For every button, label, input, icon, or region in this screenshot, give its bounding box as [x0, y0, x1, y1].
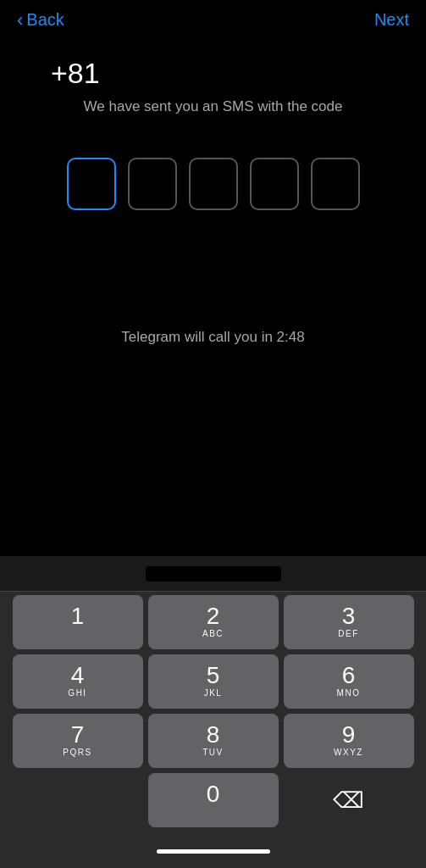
key-empty	[13, 773, 143, 827]
key-4-number: 4	[71, 664, 85, 687]
key-5[interactable]: 5 JKL	[148, 654, 279, 709]
timer-message: Telegram will call you in 2:48	[121, 329, 304, 346]
key-6-number: 6	[342, 664, 356, 687]
numeric-keyboard: 1 2 ABC 3 DEF 4 GHI 5 JKL 6	[0, 592, 426, 839]
key-0[interactable]: 0	[148, 773, 279, 827]
keyboard-row-3: 7 PQRS 8 TUV 9 WXYZ	[3, 714, 423, 768]
next-button[interactable]: Next	[374, 10, 409, 30]
key-1[interactable]: 1	[13, 595, 143, 649]
key-6-letters: MNO	[337, 688, 361, 699]
key-delete[interactable]: ⌫	[284, 773, 414, 827]
delete-icon: ⌫	[333, 787, 364, 814]
key-7-number: 7	[71, 723, 85, 747]
key-6[interactable]: 6 MNO	[284, 654, 414, 709]
keyboard-row-4: 0 ⌫	[3, 773, 423, 827]
code-box-5[interactable]	[311, 158, 360, 210]
nav-bar: ‹ Back Next	[0, 0, 426, 40]
sms-message: We have sent you an SMS with the code	[67, 98, 360, 115]
key-1-number: 1	[71, 604, 85, 628]
key-3[interactable]: 3 DEF	[284, 595, 414, 649]
back-button[interactable]: ‹ Back	[17, 10, 64, 30]
key-0-number: 0	[207, 782, 220, 806]
key-7[interactable]: 7 PQRS	[13, 714, 143, 768]
back-chevron-icon: ‹	[17, 11, 23, 30]
key-4-letters: GHI	[68, 688, 86, 699]
key-9[interactable]: 9 WXYZ	[284, 714, 414, 768]
obscured-text	[146, 566, 281, 581]
suggestion-bar	[0, 556, 426, 592]
keyboard-row-2: 4 GHI 5 JKL 6 MNO	[3, 654, 423, 709]
code-box-4[interactable]	[250, 158, 299, 210]
key-9-letters: WXYZ	[334, 748, 363, 759]
key-9-number: 9	[342, 723, 356, 747]
key-8[interactable]: 8 TUV	[148, 714, 279, 768]
home-indicator	[0, 839, 426, 868]
key-4[interactable]: 4 GHI	[13, 654, 143, 709]
key-5-letters: JKL	[204, 688, 223, 699]
key-3-letters: DEF	[338, 629, 359, 640]
key-2-number: 2	[207, 604, 220, 628]
key-8-number: 8	[207, 723, 220, 747]
key-5-number: 5	[207, 664, 220, 687]
key-3-number: 3	[342, 604, 356, 628]
keyboard-area: 1 2 ABC 3 DEF 4 GHI 5 JKL 6	[0, 556, 426, 868]
keyboard-row-1: 1 2 ABC 3 DEF	[3, 595, 423, 649]
code-box-3[interactable]	[189, 158, 238, 210]
code-box-1[interactable]	[67, 158, 116, 210]
key-2[interactable]: 2 ABC	[148, 595, 279, 649]
key-7-letters: PQRS	[63, 748, 91, 759]
back-label: Back	[26, 10, 64, 30]
home-bar	[157, 849, 270, 854]
phone-number: +81	[51, 57, 100, 90]
code-box-2[interactable]	[128, 158, 177, 210]
code-input-boxes[interactable]	[67, 158, 360, 210]
key-8-letters: TUV	[202, 748, 224, 759]
content-area: +81 We have sent you an SMS with the cod…	[0, 40, 426, 346]
key-2-letters: ABC	[202, 629, 224, 640]
